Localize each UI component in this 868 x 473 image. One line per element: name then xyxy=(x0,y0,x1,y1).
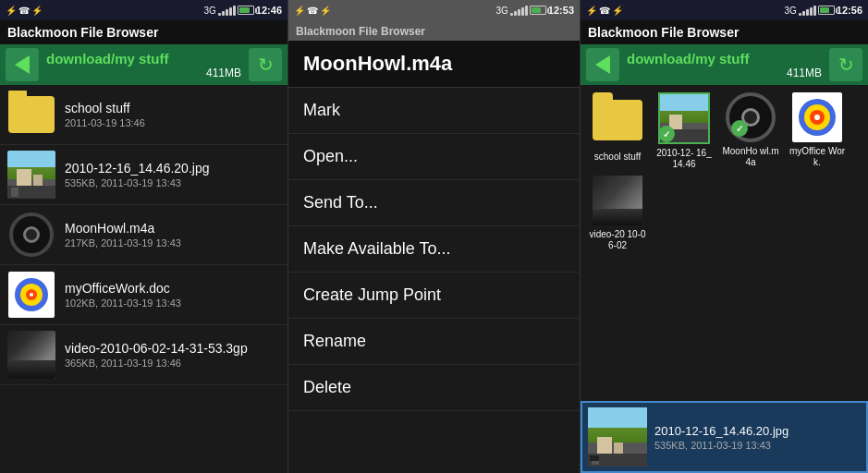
menu-item-delete-label: Delete xyxy=(303,378,351,396)
panel-1: ⚡ ☎ ⚡ 3G 12:46 Blackmoon File Browser xyxy=(0,0,288,473)
grid-label-office: myOffice Work. xyxy=(788,146,847,168)
signal-bar-2 xyxy=(222,11,225,16)
grid-thumb-video xyxy=(590,176,645,225)
signal-bar-5 xyxy=(233,6,236,16)
app-header-1: Blackmoon File Browser xyxy=(0,20,287,44)
status-bar-2: ⚡ ☎ ⚡ 3G 12:53 xyxy=(288,0,580,20)
usb-icon: ⚡ xyxy=(6,6,17,16)
list-item[interactable]: video-2010-06-02-14-31-53.3gp 365KB, 201… xyxy=(0,325,287,385)
grid-thumb-folder xyxy=(590,92,645,148)
battery-fill xyxy=(239,7,250,13)
menu-item-jumppoint[interactable]: Create Jump Point xyxy=(288,273,580,319)
status-bar-1: ⚡ ☎ ⚡ 3G 12:46 xyxy=(0,0,287,20)
grid-item-image[interactable]: ✓ 2010-12- 16_14.46 xyxy=(651,89,717,172)
menu-item-open-label: Open... xyxy=(303,147,358,165)
usb2-icon: ⚡ xyxy=(31,6,43,16)
file-name: school stuff xyxy=(65,101,280,115)
menu-item-delete[interactable]: Delete xyxy=(288,365,580,411)
path-bar-1: download/my stuff 411MB ↻ xyxy=(0,44,287,85)
grid-item-office[interactable]: myOffice Work. xyxy=(784,89,850,172)
signal-bar-2-4 xyxy=(521,7,524,16)
file-name: video-2010-06-02-14-31-53.3gp xyxy=(65,341,280,356)
signal-bar-3-3 xyxy=(806,9,809,16)
menu-item-jumppoint-label: Create Jump Point xyxy=(303,285,441,304)
usb2-icon-2: ⚡ xyxy=(320,6,331,16)
path-size-1: 411MB xyxy=(46,67,241,79)
network-label-3: 3G xyxy=(785,6,797,16)
refresh-button-1[interactable]: ↻ xyxy=(249,48,282,81)
context-menu-title: MoonHowl.m4a xyxy=(303,52,565,76)
grid-item-folder[interactable]: school stuff xyxy=(584,89,651,172)
grid-thumb-image: ✓ xyxy=(656,92,712,144)
preview-thumb xyxy=(588,407,647,467)
battery-fill-2 xyxy=(532,7,541,13)
checkmark-badge-audio: ✓ xyxy=(731,120,748,137)
list-item[interactable]: school stuff 2011-03-19 13:46 xyxy=(0,85,287,145)
path-text-1: download/my stuff xyxy=(46,51,241,67)
menu-item-rename[interactable]: Rename xyxy=(288,319,580,365)
file-name: 2010-12-16_14.46.20.jpg xyxy=(65,161,280,176)
status-left-icons: ⚡ ☎ ⚡ xyxy=(6,6,43,16)
list-item[interactable]: MoonHowl.m4a 217KB, 2011-03-19 13:43 xyxy=(0,205,287,265)
usb-icon-3: ⚡ xyxy=(586,6,597,16)
menu-item-open[interactable]: Open... xyxy=(288,134,580,180)
file-details: 2010-12-16_14.46.20.jpg 535KB, 2011-03-1… xyxy=(65,161,280,188)
checkmark-badge-image: ✓ xyxy=(658,126,675,142)
signal-bar-3-4 xyxy=(810,7,813,16)
grid-thumb-office xyxy=(789,92,845,142)
signal-bar-4 xyxy=(229,7,232,16)
refresh-button-3[interactable]: ↻ xyxy=(829,48,862,81)
file-name: myOfficeWork.doc xyxy=(65,281,280,296)
context-menu-header: MoonHowl.m4a xyxy=(288,41,580,88)
signal-bar-2-1 xyxy=(510,13,513,16)
status-left-3: ⚡ ☎ ⚡ xyxy=(586,6,623,16)
grid-label-folder: school stuff xyxy=(594,152,641,163)
list-item[interactable]: 2010-12-16_14.46.20.jpg 535KB, 2011-03-1… xyxy=(0,145,287,205)
file-meta: 535KB, 2011-03-19 13:43 xyxy=(65,177,280,188)
path-text-3: download/my stuff xyxy=(627,51,822,67)
grid-label-image: 2010-12- 16_14.46 xyxy=(654,148,714,170)
back-button-3[interactable] xyxy=(586,48,619,81)
file-name: MoonHowl.m4a xyxy=(65,221,280,236)
grid-thumb-audio: ✓ xyxy=(723,92,778,142)
file-grid: school stuff ✓ 2010-12- 16_14.46 ✓ MoonH… xyxy=(581,85,868,401)
grid-item-video[interactable]: video-20 10-06-02 xyxy=(584,172,651,255)
app-title-1: Blackmoon File Browser xyxy=(7,25,158,40)
signal-bar-2-5 xyxy=(525,6,528,16)
battery-icon xyxy=(238,6,254,15)
back-arrow-icon-3 xyxy=(595,55,610,74)
status-time-1: 12:46 xyxy=(256,5,282,16)
svg-point-7 xyxy=(814,115,820,120)
grid-label-video: video-20 10-06-02 xyxy=(588,229,647,251)
android-icon-3: ☎ xyxy=(599,6,610,16)
battery-icon-2 xyxy=(530,6,546,15)
file-meta: 217KB, 2011-03-19 13:43 xyxy=(65,237,280,249)
app-title-2: Blackmoon File Browser xyxy=(296,25,425,38)
network-label-2: 3G xyxy=(496,6,508,16)
refresh-icon-1: ↻ xyxy=(258,54,274,76)
menu-item-available[interactable]: Make Available To... xyxy=(288,226,580,273)
menu-item-available-label: Make Available To... xyxy=(303,239,450,258)
signal-bar-2-2 xyxy=(514,11,517,16)
selected-preview[interactable]: 2010-12-16_14.46.20.jpg 535KB, 2011-03-1… xyxy=(581,401,868,473)
file-meta: 102KB, 2011-03-19 13:43 xyxy=(65,297,280,309)
menu-item-mark[interactable]: Mark xyxy=(288,88,580,134)
status-right-3: 3G 12:56 xyxy=(785,5,862,16)
menu-item-sendto[interactable]: Send To... xyxy=(288,180,580,226)
file-details: school stuff 2011-03-19 13:46 xyxy=(65,101,280,128)
preview-details: 2010-12-16_14.46.20.jpg 535KB, 2011-03-1… xyxy=(654,424,861,451)
android-icon: ☎ xyxy=(18,6,30,16)
preview-name: 2010-12-16_14.46.20.jpg xyxy=(654,424,861,438)
refresh-icon-3: ↻ xyxy=(838,54,854,76)
list-item[interactable]: myOfficeWork.doc 102KB, 2011-03-19 13:43 xyxy=(0,265,287,325)
status-left-2: ⚡ ☎ ⚡ xyxy=(294,6,331,16)
signal-bars xyxy=(218,5,236,16)
path-size-3: 411MB xyxy=(627,67,822,79)
image-thumb xyxy=(7,151,55,199)
office-thumb xyxy=(7,271,55,319)
back-button-1[interactable] xyxy=(6,48,39,81)
file-details: myOfficeWork.doc 102KB, 2011-03-19 13:43 xyxy=(65,281,280,309)
signal-bar-3-1 xyxy=(799,13,801,16)
status-time-2: 12:53 xyxy=(548,5,574,16)
grid-item-audio[interactable]: ✓ MoonHo wl.m4a xyxy=(717,89,784,172)
